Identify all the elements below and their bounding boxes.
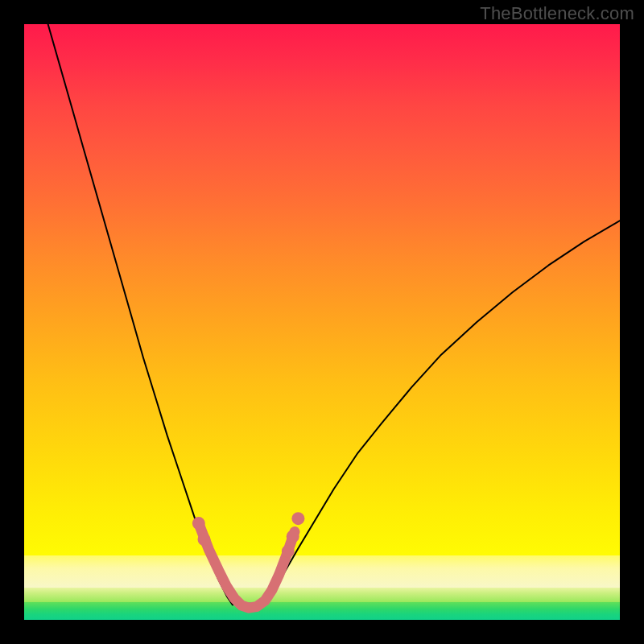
marker-dot (291, 512, 304, 525)
marker-dot (198, 533, 211, 546)
series-left-arm (48, 24, 233, 605)
marker-dot (287, 530, 299, 543)
marker-dot (282, 545, 295, 558)
chart-svg (24, 24, 620, 620)
marker-dot (192, 517, 205, 530)
series-right-arm (262, 221, 620, 605)
chart-frame: TheBottleneck.com (0, 0, 644, 644)
watermark-text: TheBottleneck.com (480, 3, 634, 24)
plot-area (24, 24, 620, 620)
valley-outline (199, 523, 295, 608)
